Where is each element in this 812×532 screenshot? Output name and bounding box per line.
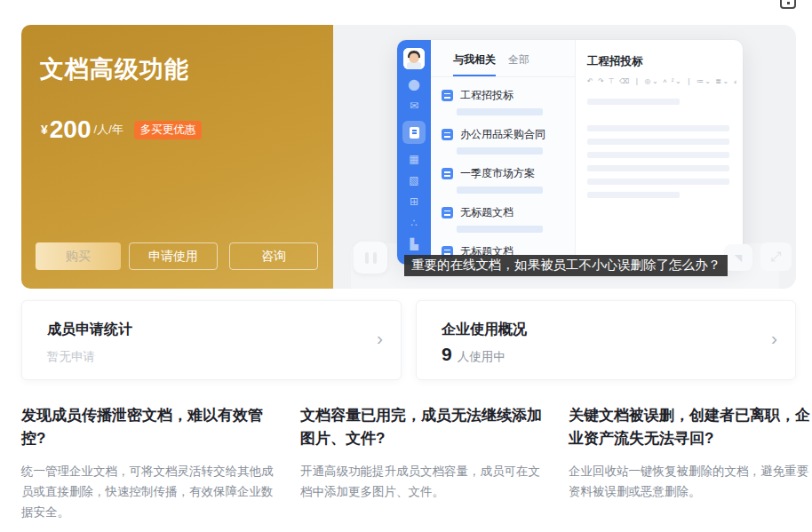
usage-value-row: 9 人使用中 <box>442 344 506 365</box>
app-preview-window: ⬤ ✉ ▦ ▧ ⊞ ∴ ▙ 与我相关 全部 工程招投标办公用品采购合同一季度市场… <box>397 40 743 265</box>
card-title: 成员申请统计 <box>47 321 132 339</box>
doc-placeholder-bar <box>457 108 543 115</box>
feature-body: 统一管理企业文档，可将文档灵活转交给其他成员或直接删除，快速控制传播，有效保障企… <box>21 461 281 523</box>
editor-panel: 工程招投标 ↶ ↷ ⊤ ⌫ ❘ ◎⌄ ˄ ²⌄ ❘ ≔⌄ ≣⌄ ⇙ ☰⌄ ⋯ ⊕… <box>576 40 743 265</box>
feature-column-recycle: 关键文档被误删，创建者已离职，企业资产流失无法寻回? 企业回收站一键恢复被删除的… <box>569 404 812 502</box>
doc-list-panel: 与我相关 全部 工程招投标办公用品采购合同一季度市场方案无标题文档无标题文档 <box>431 40 576 265</box>
image-icon: ▧ <box>409 174 418 187</box>
doc-placeholder-bar <box>457 226 543 233</box>
feature-heading: 发现成员传播泄密文档，难以有效管控? <box>21 404 281 449</box>
price-unit: /人/年 <box>94 122 123 138</box>
feature-heading: 关键文档被误删，创建者已离职，企业资产流失无法寻回? <box>569 404 812 449</box>
plan-card: 文档高级功能 ¥ 200 /人/年 多买更优惠 购买 申请使用 咨询 <box>21 25 333 289</box>
usage-suffix: 人使用中 <box>458 349 506 365</box>
price-row: ¥ 200 /人/年 多买更优惠 <box>41 117 202 142</box>
member-requests-card[interactable]: 成员申请统计 暂无申请 › <box>21 300 402 380</box>
chat-icon: ⬤ <box>408 78 419 91</box>
chevron-right-icon[interactable]: › <box>377 328 383 349</box>
window-control-icon[interactable] <box>780 0 796 9</box>
feature-body: 企业回收站一键恢复被删除的文档，避免重要资料被误删或恶意删除。 <box>569 461 812 502</box>
feature-column-capacity: 文档容量已用完，成员无法继续添加图片、文件? 开通高级功能提升成员文档容量，成员… <box>300 404 549 502</box>
plan-title: 文档高级功能 <box>40 53 189 85</box>
editor-doc-title: 工程招投标 <box>587 54 743 69</box>
volume-icon[interactable]: ◥ <box>724 244 752 271</box>
card-subtitle: 暂无申请 <box>47 349 95 365</box>
consult-button[interactable]: 咨询 <box>229 242 318 270</box>
doc-list-item: 一季度市场方案 <box>442 166 575 194</box>
enterprise-usage-card[interactable]: 企业使用概况 9 人使用中 › <box>416 300 796 380</box>
doc-list-item: 无标题文档 <box>442 205 575 233</box>
editor-placeholder-lines <box>587 99 743 198</box>
docs-selected-icon <box>402 121 426 144</box>
feature-heading: 文档容量已用完，成员无法继续添加图片、文件? <box>300 404 549 449</box>
doc-title: 工程招投标 <box>460 88 513 103</box>
document-icon <box>442 207 453 218</box>
editor-toolbar-icons: ↶ ↷ ⊤ ⌫ ❘ ◎⌄ ˄ ²⌄ ❘ ≔⌄ ≣⌄ ⇙ ☰⌄ ⋯ ⊕ ⌄ <box>587 77 736 85</box>
sheet-icon: ▦ <box>409 153 418 165</box>
feature-body: 开通高级功能提升成员文档容量，成员可在文档中添加更多图片、文件。 <box>300 461 549 502</box>
tab-related-to-me: 与我相关 <box>453 52 496 76</box>
discount-badge: 多买更优惠 <box>134 121 203 139</box>
doc-title: 无标题文档 <box>460 205 513 220</box>
fullscreen-icon[interactable]: ⤢ <box>760 242 792 271</box>
avatar <box>403 48 425 69</box>
document-icon <box>442 90 453 101</box>
doc-placeholder-bar <box>457 147 543 155</box>
video-player[interactable]: ⬤ ✉ ▦ ▧ ⊞ ∴ ▙ 与我相关 全部 工程招投标办公用品采购合同一季度市场… <box>333 25 796 289</box>
feature-column-security: 发现成员传播泄密文档，难以有效管控? 统一管理企业文档，可将文档灵活转交给其他成… <box>21 404 281 523</box>
mail-icon: ✉ <box>410 99 418 112</box>
card-title: 企业使用概况 <box>442 321 527 339</box>
org-chart-icon: ∴ <box>410 217 418 229</box>
tab-all: 全部 <box>508 52 529 76</box>
price-amount: 200 <box>50 117 92 142</box>
grid-icon: ⊞ <box>410 195 418 208</box>
doc-title: 一季度市场方案 <box>460 166 535 181</box>
apply-button[interactable]: 申请使用 <box>129 242 218 270</box>
pause-button[interactable] <box>354 242 387 274</box>
buy-button[interactable]: 购买 <box>36 242 121 270</box>
doc-list: 工程招投标办公用品采购合同一季度市场方案无标题文档无标题文档 <box>431 77 575 272</box>
page: 文档高级功能 ¥ 200 /人/年 多买更优惠 购买 申请使用 咨询 <box>0 0 812 532</box>
chart-icon: ▙ <box>410 238 418 250</box>
doc-list-tabs: 与我相关 全部 <box>431 52 575 77</box>
doc-list-item: 工程招投标 <box>442 88 575 115</box>
price-currency: ¥ <box>41 123 48 137</box>
document-icon <box>442 129 453 140</box>
doc-title: 办公用品采购合同 <box>460 127 545 142</box>
plan-buttons: 购买 申请使用 咨询 <box>36 242 318 270</box>
app-sidebar: ⬤ ✉ ▦ ▧ ⊞ ∴ ▙ <box>397 40 431 265</box>
doc-list-item: 办公用品采购合同 <box>442 127 575 155</box>
chevron-right-icon[interactable]: › <box>771 328 777 349</box>
usage-count: 9 <box>442 344 452 365</box>
document-icon <box>442 168 453 179</box>
video-caption: 重要的在线文档，如果被员工不小心误删除了怎么办？ <box>404 255 728 276</box>
doc-placeholder-bar <box>457 187 543 194</box>
